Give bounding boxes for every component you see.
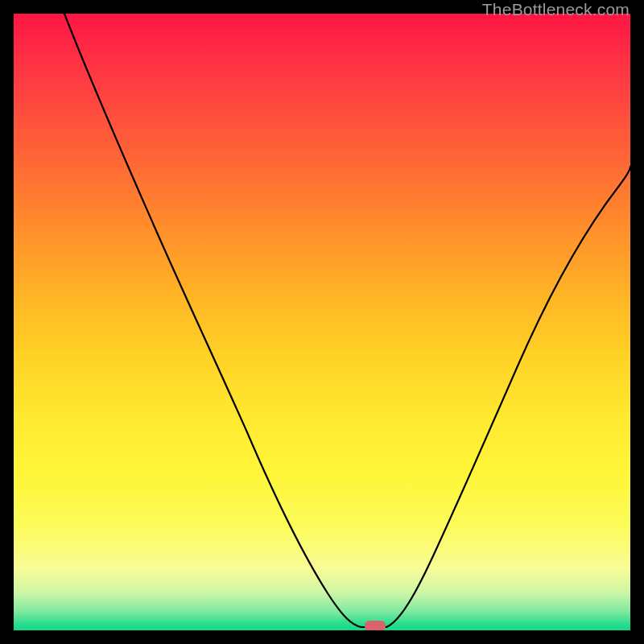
- bottleneck-curve: [64, 14, 630, 627]
- curve-layer: [14, 14, 630, 630]
- watermark-text: TheBottleneck.com: [482, 0, 630, 19]
- plot-area: [14, 14, 630, 630]
- optimal-marker: [365, 621, 386, 630]
- chart-frame: TheBottleneck.com: [0, 0, 644, 644]
